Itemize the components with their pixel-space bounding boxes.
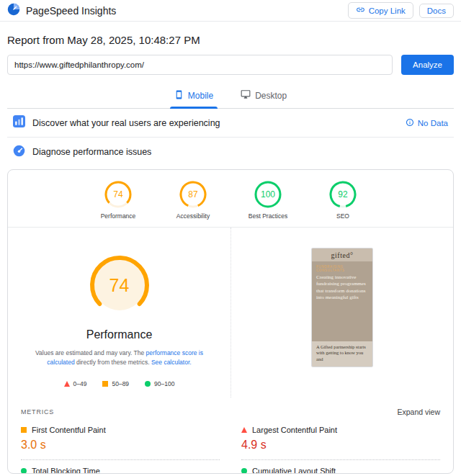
category-score-gauge[interactable]: 87 Accessibility — [169, 180, 217, 220]
score-legend: 0–49 50–89 90–100 — [64, 380, 175, 387]
category-score-gauge[interactable]: 92 SEO — [319, 180, 367, 220]
smartphone-icon — [174, 90, 184, 102]
legend-range-icon — [102, 381, 108, 387]
category-score-label: Best Practices — [249, 212, 287, 220]
scores-row: 74 Performance 87 Accessibility 100 Best… — [8, 170, 453, 228]
screenshot-panel: gifted° FUNDRAISING CONSULTANTS Creating… — [230, 228, 453, 398]
pagespeed-logo-icon[interactable] — [7, 3, 20, 19]
performance-label: Performance — [86, 328, 153, 341]
legend-range-icon — [64, 381, 70, 387]
category-score-value: 74 — [104, 180, 133, 209]
metric-name: Cumulative Layout Shift — [252, 467, 336, 474]
app-header: PageSpeed Insights Copy Link Docs — [0, 0, 461, 22]
metrics-header: METRICS Expand view — [8, 398, 453, 419]
app-title: PageSpeed Insights — [26, 5, 116, 17]
metric-status-icon — [241, 427, 247, 433]
metric-item: First Contentful Paint 3.0 s — [21, 419, 220, 460]
metric-value: 3.0 s — [21, 439, 220, 452]
category-score-value: 92 — [328, 180, 357, 209]
metric-name: Largest Contentful Paint — [252, 426, 337, 434]
url-input[interactable] — [7, 55, 393, 75]
field-data-title: Discover what your real users are experi… — [32, 118, 220, 128]
link-icon — [356, 5, 365, 16]
tab-desktop[interactable]: Desktop — [236, 84, 291, 108]
category-score-label: SEO — [336, 212, 349, 220]
metric-item: Total Blocking Time 0 ms — [21, 460, 220, 474]
device-tabs: Mobile Desktop — [7, 84, 454, 109]
copy-link-button[interactable]: Copy Link — [348, 2, 413, 19]
category-score-label: Performance — [101, 212, 136, 220]
expand-view-button[interactable]: Expand view — [397, 408, 440, 416]
score-disclaimer: Values are estimated and may vary. The p… — [26, 349, 213, 367]
no-data-status: No Data — [418, 119, 448, 127]
metric-status-icon — [241, 468, 247, 474]
docs-button[interactable]: Docs — [419, 4, 454, 18]
metric-value: 4.9 s — [241, 439, 440, 452]
thumb-site-logo: gifted° — [312, 248, 372, 261]
category-score-value: 100 — [254, 180, 282, 209]
legend-range-label: 0–49 — [73, 380, 87, 387]
performance-score: 74 — [88, 253, 151, 317]
legend-item: 90–100 — [145, 380, 174, 387]
main-content: Report from May 28, 2025, 10:48:27 PM An… — [0, 34, 461, 474]
see-calculator-link[interactable]: See calculator. — [151, 359, 192, 366]
metric-name: First Contentful Paint — [32, 426, 106, 434]
legend-item: 0–49 — [64, 380, 87, 387]
category-score-gauge[interactable]: 74 Performance — [94, 180, 142, 220]
performance-area: 74 Performance Values are estimated and … — [8, 228, 453, 398]
lab-data-section-header: Diagnose performance issues — [7, 138, 454, 166]
legend-item: 50–89 — [102, 380, 129, 387]
metric-name: Total Blocking Time — [32, 467, 100, 474]
legend-range-label: 50–89 — [112, 380, 129, 387]
category-score-gauge[interactable]: 100 Best Practices — [244, 180, 292, 220]
tab-mobile[interactable]: Mobile — [170, 84, 218, 108]
page-screenshot-thumbnail[interactable]: gifted° FUNDRAISING CONSULTANTS Creating… — [311, 248, 373, 367]
category-score-value: 87 — [179, 180, 207, 209]
thumb-hero: FUNDRAISING CONSULTANTS Creating innovat… — [312, 261, 372, 341]
category-score-label: Accessibility — [176, 212, 210, 220]
metric-status-icon — [21, 468, 27, 474]
performance-gauge[interactable]: 74 — [88, 253, 151, 317]
metric-status-icon — [21, 427, 27, 433]
analyze-button[interactable]: Analyze — [401, 55, 454, 75]
lab-data-icon — [13, 145, 25, 160]
report-heading: Report from May 28, 2025, 10:48:27 PM — [7, 34, 454, 46]
report-card: 74 Performance 87 Accessibility 100 Best… — [7, 169, 454, 474]
lab-data-title: Diagnose performance issues — [32, 147, 151, 157]
performance-summary: 74 Performance Values are estimated and … — [8, 228, 230, 398]
url-row: Analyze — [7, 55, 454, 75]
metrics-title: METRICS — [21, 408, 54, 416]
metric-item: Largest Contentful Paint 4.9 s — [241, 419, 440, 460]
field-data-icon — [13, 115, 25, 130]
legend-range-icon — [145, 381, 151, 387]
metric-item: Cumulative Layout Shift 0 — [241, 460, 440, 474]
desktop-icon — [241, 89, 251, 102]
legend-range-label: 90–100 — [154, 380, 174, 387]
metrics-grid: First Contentful Paint 3.0 s Largest Con… — [8, 419, 453, 474]
info-icon[interactable] — [406, 117, 414, 130]
field-data-section-header: Discover what your real users are experi… — [7, 109, 454, 138]
